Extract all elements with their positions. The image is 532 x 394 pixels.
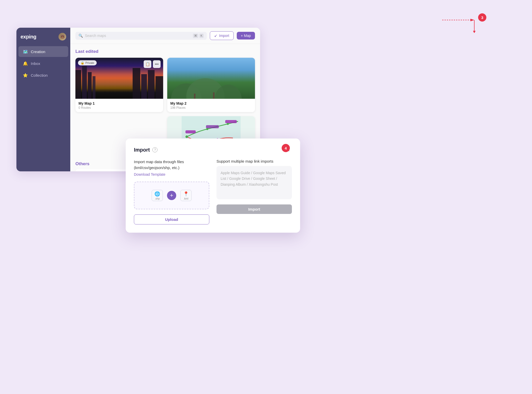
collection-icon: ⭐ (23, 72, 28, 78)
upload-area[interactable]: 🌐 .shp + 📍 .kml (134, 182, 209, 209)
import-button-label: Import (219, 34, 229, 38)
sidebar-item-creation[interactable]: 🗺️ Creation (18, 46, 68, 57)
map-card-2-image (167, 58, 255, 99)
import-button[interactable]: ↙ Import (210, 31, 234, 40)
search-icon: 🔍 (78, 34, 83, 38)
map-card-1[interactable]: 🔒 Private 📋 ••• My Map 1 0 Routes (75, 58, 163, 112)
svg-rect-5 (82, 66, 87, 99)
sidebar: exping 🐻 🗺️ Creation 🔔 Inbox ⭐ Collectio… (16, 28, 70, 171)
sidebar-item-collection-label: Collection (31, 73, 48, 77)
map-card-2[interactable]: My Map 2 198 Places (167, 58, 255, 112)
search-placeholder: Search maps (85, 34, 106, 38)
map-card-2-meta: 198 Places (170, 106, 252, 110)
new-map-button[interactable]: + Map (237, 32, 255, 40)
app-name: exping (21, 34, 36, 40)
svg-marker-3 (473, 31, 476, 33)
import-modal-button[interactable]: Import (216, 204, 292, 214)
kbd-cmd: ⌘ (193, 34, 198, 38)
svg-rect-9 (141, 74, 147, 99)
step-badge-4: 4 (282, 144, 290, 152)
step-badge-3: 3 (478, 13, 486, 22)
svg-rect-25 (225, 120, 237, 123)
kml-file-icon: 📍 .kml (180, 190, 192, 201)
map-card-1-info-btn[interactable]: 📋 (144, 60, 151, 68)
avatar: 🐻 (58, 33, 66, 41)
map-card-2-info: My Map 2 198 Places (167, 99, 255, 112)
map-card-1-meta: 0 Routes (78, 106, 160, 110)
support-text-box[interactable]: Apple Maps Guide / Google Maps Saved Lis… (216, 166, 292, 199)
svg-rect-16 (213, 92, 214, 99)
support-text: Apple Maps Guide / Google Maps Saved Lis… (221, 171, 286, 186)
svg-point-18 (185, 135, 188, 138)
upload-icons-row: 🌐 .shp + 📍 .kml (152, 190, 192, 201)
inbox-icon: 🔔 (23, 61, 28, 66)
upload-plus-icon[interactable]: + (167, 191, 176, 200)
sidebar-item-inbox[interactable]: 🔔 Inbox (18, 58, 68, 69)
private-label: Private (85, 61, 94, 64)
svg-point-20 (227, 123, 229, 125)
new-map-button-label: + Map (241, 34, 251, 38)
shp-file-icon: 🌐 .shp (152, 190, 163, 201)
modal-left: Import map data through files (kml/csv/g… (134, 159, 209, 224)
sidebar-item-inbox-label: Inbox (31, 61, 40, 66)
import-modal: Import ? ✕ Import map data through files… (126, 139, 300, 233)
help-button[interactable]: ? (152, 147, 157, 152)
svg-rect-4 (75, 70, 81, 99)
creation-icon: 🗺️ (23, 49, 28, 54)
sidebar-item-collection[interactable]: ⭐ Collection (18, 70, 68, 81)
modal-right: Support multiple map link imports Apple … (216, 159, 292, 224)
map-card-2-name: My Map 2 (170, 101, 252, 105)
map-card-1-info: My Map 1 0 Routes (75, 99, 163, 112)
sidebar-item-creation-label: Creation (31, 50, 45, 54)
svg-rect-6 (88, 72, 92, 99)
modal-body: Import map data through files (kml/csv/g… (134, 159, 292, 224)
modal-header: Import ? ✕ (134, 146, 292, 154)
map-card-1-image: 🔒 Private 📋 ••• (75, 58, 163, 99)
kml-label: .kml (184, 197, 188, 200)
private-badge: 🔒 Private (78, 60, 97, 65)
kbd-k: K (199, 34, 204, 38)
svg-rect-23 (185, 130, 196, 133)
svg-rect-7 (93, 76, 95, 99)
upload-button[interactable]: Upload (134, 214, 209, 224)
svg-rect-11 (155, 76, 163, 99)
download-template-link[interactable]: Download Template (134, 172, 165, 176)
modal-desc: Import map data through files (kml/csv/g… (134, 159, 209, 171)
svg-rect-24 (206, 125, 219, 128)
import-icon: ↙ (214, 33, 218, 38)
support-title: Support multiple map link imports (216, 159, 292, 163)
svg-marker-1 (470, 19, 474, 21)
map-card-1-more-btn[interactable]: ••• (153, 60, 161, 68)
last-edited-title: Last edited (75, 49, 255, 54)
arrow-indicator (442, 17, 478, 33)
search-shortcuts: ⌘ K (193, 34, 204, 38)
topbar: 🔍 Search maps ⌘ K ↙ Import + Map (70, 28, 260, 44)
sidebar-logo: exping 🐻 (16, 33, 70, 46)
lock-icon: 🔒 (81, 61, 84, 65)
search-box[interactable]: 🔍 Search maps ⌘ K (75, 32, 207, 40)
shp-label: .shp (155, 197, 160, 200)
map-card-1-name: My Map 1 (78, 101, 160, 105)
svg-rect-8 (133, 68, 140, 99)
svg-rect-15 (194, 94, 195, 99)
svg-rect-10 (148, 70, 155, 99)
modal-title: Import (134, 147, 150, 153)
map-card-1-actions: 📋 ••• (144, 60, 161, 68)
svg-point-19 (206, 128, 208, 130)
